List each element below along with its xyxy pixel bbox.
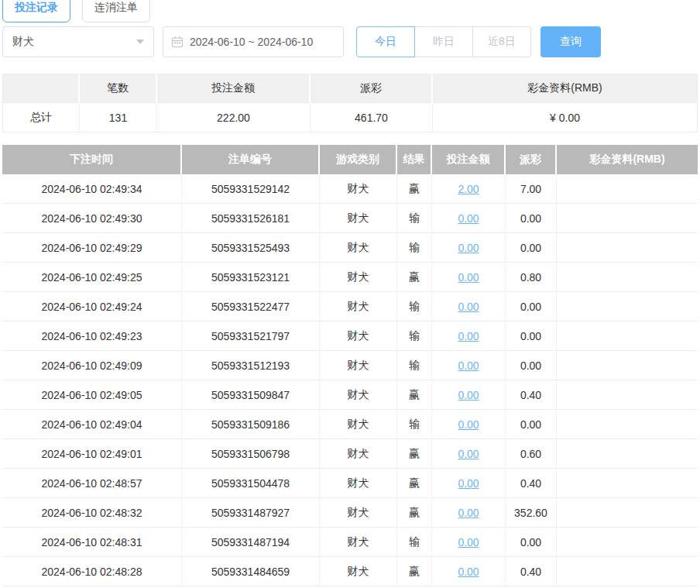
cell-payout: 7.00 (506, 174, 557, 204)
cell-bet-time: 2024-06-10 02:49:25 (2, 263, 182, 292)
bet-table-header: 下注时间 注单编号 游戏类别 结果 投注金额 派彩 彩金资料(RMB) (2, 145, 698, 174)
cell-order-no: 5059331525493 (182, 233, 320, 263)
game-select[interactable]: 财犬 (2, 26, 154, 57)
summary-total-bet-amount: 222.00 (157, 103, 311, 132)
cell-bet-amount: 0.00 (432, 410, 506, 439)
cell-order-no: 5059331509847 (182, 380, 320, 410)
bet-amount-link[interactable]: 0.00 (458, 536, 479, 548)
bet-amount-link[interactable]: 0.00 (458, 566, 479, 578)
cell-bonus (557, 233, 698, 263)
table-row: 2024-06-10 02:48:31 5059331487194 财犬 输 0… (2, 528, 698, 557)
cell-result: 输 (397, 410, 432, 439)
table-row: 2024-06-10 02:49:01 5059331506798 财犬 赢 0… (2, 439, 698, 469)
col-game-type: 游戏类别 (320, 145, 397, 174)
cell-order-no: 5059331522477 (182, 292, 320, 322)
table-row: 2024-06-10 02:49:29 5059331525493 财犬 输 0… (2, 233, 698, 263)
cell-order-no: 5059331523121 (182, 263, 320, 292)
filter-bar: 财犬 2024-06-10 ~ 2024-06-10 今日 昨日 近8日 (2, 26, 700, 57)
cell-bet-amount: 2.00 (432, 174, 506, 204)
cell-payout: 0.00 (506, 351, 557, 380)
quick-date-buttons: 今日 昨日 近8日 (356, 26, 531, 57)
table-row: 2024-06-10 02:49:30 5059331526181 财犬 输 0… (2, 204, 698, 233)
cell-bonus (557, 498, 698, 528)
cell-result: 赢 (397, 557, 432, 586)
bet-amount-link[interactable]: 0.00 (458, 448, 479, 460)
cell-bet-amount: 0.00 (432, 351, 506, 380)
cell-result: 赢 (397, 498, 432, 528)
cell-payout: 0.00 (506, 233, 557, 263)
bet-amount-link[interactable]: 0.00 (458, 477, 479, 490)
cell-result: 输 (397, 292, 432, 322)
col-bet-amount: 投注金额 (432, 145, 506, 174)
date-range-input[interactable]: 2024-06-10 ~ 2024-06-10 (163, 26, 344, 57)
cell-order-no: 5059331506798 (182, 439, 320, 469)
summary-total-label: 总计 (2, 103, 80, 132)
today-button[interactable]: 今日 (356, 26, 415, 57)
table-row: 2024-06-10 02:48:32 5059331487927 财犬 赢 0… (2, 498, 698, 528)
bet-amount-link[interactable]: 0.00 (458, 301, 479, 313)
col-bonus: 彩金资料(RMB) (557, 145, 698, 174)
last-8-days-button[interactable]: 近8日 (472, 26, 531, 57)
cell-payout: 0.60 (506, 439, 557, 469)
bet-records-page: 投注记录 连消注单 财犬 2024-06-10 ~ 2024-06-10 (0, 0, 700, 588)
table-row: 2024-06-10 02:49:23 5059331521797 财犬 输 0… (2, 322, 698, 351)
cell-result: 赢 (397, 380, 432, 410)
cell-result: 输 (397, 351, 432, 380)
cell-bet-time: 2024-06-10 02:49:30 (2, 204, 182, 233)
cell-bet-amount: 0.00 (432, 557, 506, 586)
tabs: 投注记录 连消注单 (0, 0, 700, 22)
cell-bonus (557, 174, 698, 204)
search-button[interactable]: 查询 (540, 26, 601, 57)
cell-bet-time: 2024-06-10 02:49:01 (2, 439, 182, 469)
cell-result: 输 (397, 528, 432, 557)
cell-game-type: 财犬 (320, 469, 397, 498)
cell-payout: 0.40 (506, 557, 557, 586)
cell-bet-time: 2024-06-10 02:49:05 (2, 380, 182, 410)
summary-table: 笔数 投注金额 派彩 彩金资料(RMB) 总计 131 222.00 461.7… (2, 74, 698, 132)
summary-header-blank (2, 74, 80, 103)
bet-amount-link[interactable]: 2.00 (458, 183, 479, 195)
table-row: 2024-06-10 02:49:09 5059331512193 财犬 输 0… (2, 351, 698, 380)
bet-amount-link[interactable]: 0.00 (458, 389, 479, 401)
summary-header-payout: 派彩 (311, 74, 433, 103)
cell-payout: 0.00 (506, 292, 557, 322)
bet-amount-link[interactable]: 0.00 (458, 507, 479, 519)
bet-amount-link[interactable]: 0.00 (458, 330, 479, 342)
tab-bet-records[interactable]: 投注记录 (2, 0, 70, 22)
cell-game-type: 财犬 (320, 498, 397, 528)
cell-bet-time: 2024-06-10 02:48:28 (2, 557, 182, 586)
yesterday-button[interactable]: 昨日 (414, 26, 473, 57)
cell-bet-time: 2024-06-10 02:49:23 (2, 322, 182, 351)
summary-header-count: 笔数 (80, 74, 157, 103)
cell-payout: 0.00 (506, 204, 557, 233)
cell-payout: 0.00 (506, 528, 557, 557)
bet-amount-link[interactable]: 0.00 (458, 359, 479, 372)
bet-amount-link[interactable]: 0.00 (458, 271, 479, 284)
cell-bonus (557, 351, 698, 380)
cell-result: 赢 (397, 174, 432, 204)
cell-result: 输 (397, 233, 432, 263)
cell-bet-amount: 0.00 (432, 233, 506, 263)
cell-bet-time: 2024-06-10 02:49:34 (2, 174, 182, 204)
cell-bet-amount: 0.00 (432, 204, 506, 233)
table-row: 2024-06-10 02:49:34 5059331529142 财犬 赢 2… (2, 174, 698, 204)
cell-game-type: 财犬 (320, 557, 397, 586)
table-row: 2024-06-10 02:49:24 5059331522477 财犬 输 0… (2, 292, 698, 322)
cell-order-no: 5059331487194 (182, 528, 320, 557)
bet-amount-link[interactable]: 0.00 (458, 418, 479, 431)
summary-total-row: 总计 131 222.00 461.70 ¥ 0.00 (2, 103, 698, 132)
tab-linked-cancel-orders[interactable]: 连消注单 (82, 0, 150, 22)
cell-game-type: 财犬 (320, 204, 397, 233)
col-bet-time: 下注时间 (2, 145, 182, 174)
table-row: 2024-06-10 02:49:25 5059331523121 财犬 赢 0… (2, 263, 698, 292)
bet-amount-link[interactable]: 0.00 (458, 242, 479, 254)
table-row: 2024-06-10 02:48:57 5059331504478 财犬 赢 0… (2, 469, 698, 498)
summary-total-payout: 461.70 (311, 103, 433, 132)
cell-bonus (557, 322, 698, 351)
cell-bet-time: 2024-06-10 02:49:24 (2, 292, 182, 322)
summary-header-bet-amount: 投注金额 (157, 74, 311, 103)
cell-bonus (557, 528, 698, 557)
bet-amount-link[interactable]: 0.00 (458, 212, 479, 225)
cell-game-type: 财犬 (320, 263, 397, 292)
cell-game-type: 财犬 (320, 439, 397, 469)
